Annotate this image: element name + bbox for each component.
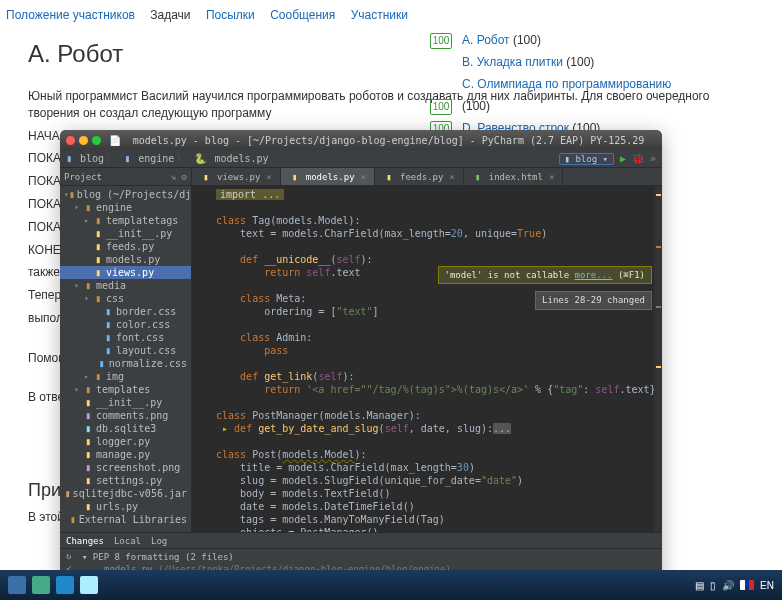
page-nav: Положение участников Задачи Посылки Сооб…	[0, 0, 782, 30]
taskbar-app-icon[interactable]	[56, 576, 74, 594]
project-sidebar: Project ⇲ ⚙ ▾▮blog (~/Projects/django-bl…	[60, 168, 192, 532]
tree-item[interactable]: ▮color.css	[60, 318, 191, 331]
tree-item[interactable]: ▮screenshot.png	[60, 461, 191, 474]
task-list-item[interactable]: 100(100)	[430, 96, 770, 118]
close-tab-icon[interactable]: ×	[549, 172, 554, 182]
close-icon[interactable]	[66, 136, 75, 145]
tray-icon[interactable]: ▤	[695, 580, 704, 591]
zoom-icon[interactable]	[92, 136, 101, 145]
tree-item[interactable]: ▾▮css	[60, 292, 191, 305]
task-list-sidebar: 100A. Робот (100) B. Укладка плитки (100…	[430, 30, 770, 140]
folder-icon: ▮	[66, 153, 72, 164]
tree-item[interactable]: ▮db.sqlite3	[60, 422, 191, 435]
log-tab[interactable]: Log	[151, 536, 167, 546]
task-list-item[interactable]: B. Укладка плитки (100)	[430, 52, 770, 74]
folder-icon: ▮	[82, 279, 94, 292]
nav-standings[interactable]: Положение участников	[6, 8, 135, 22]
task-link[interactable]: C. Олимпиада по программированию	[462, 77, 671, 91]
tree-item[interactable]: ▮layout.css	[60, 344, 191, 357]
crumb-item[interactable]: models.py	[214, 153, 268, 164]
py-icon: ▮	[82, 435, 94, 448]
folder-icon: ▮	[92, 370, 104, 383]
css-icon: ▮	[96, 357, 106, 370]
more-icon[interactable]: »	[650, 153, 656, 164]
editor-area: ▮views.py×▮models.py×▮feeds.py×▮index.ht…	[192, 168, 662, 532]
close-tab-icon[interactable]: ×	[449, 172, 454, 182]
system-tray: ▤ ▯ 🔊 EN	[695, 580, 774, 591]
folder-icon: ▮	[92, 292, 104, 305]
tree-root[interactable]: ▾▮blog (~/Projects/django-blog...	[60, 188, 191, 201]
py-icon: ▮	[92, 253, 104, 266]
code-editor[interactable]: import ... class Tag(models.Model): text…	[192, 186, 662, 532]
editor-tabs: ▮views.py×▮models.py×▮feeds.py×▮index.ht…	[192, 168, 662, 186]
error-stripe[interactable]	[654, 186, 662, 532]
collapse-icon[interactable]: ⇲ ⚙	[171, 172, 187, 182]
tree-item[interactable]: ▮comments.png	[60, 409, 191, 422]
tree-item[interactable]: ▮sqlitejdbc-v056.jar	[60, 487, 191, 500]
local-tab[interactable]: Local	[114, 536, 141, 546]
window-controls	[66, 136, 101, 145]
tree-item[interactable]: ▮manage.py	[60, 448, 191, 461]
minimize-icon[interactable]	[79, 136, 88, 145]
volume-icon[interactable]: 🔊	[722, 580, 734, 591]
task-list-item[interactable]: 100A. Робот (100)	[430, 30, 770, 52]
ide-titlebar[interactable]: 📄 models.py - blog - [~/Projects/django-…	[60, 130, 662, 150]
tree-item[interactable]: ▮models.py	[60, 253, 191, 266]
breadcrumb[interactable]: ▮ blog〉 ▮ engine〉 🐍 models.py	[66, 152, 271, 166]
tree-item[interactable]: ▾▮engine	[60, 201, 191, 214]
refresh-icon[interactable]: ↻	[66, 551, 71, 561]
img-icon: ▮	[82, 409, 94, 422]
score-badge: 100	[430, 99, 452, 115]
tree-item[interactable]: ▮feeds.py	[60, 240, 191, 253]
tree-item[interactable]: ▮views.py	[60, 266, 191, 279]
py-icon: ▮	[383, 172, 395, 182]
editor-tab[interactable]: ▮models.py×	[281, 168, 375, 185]
changes-tab[interactable]: Changes	[66, 536, 104, 546]
css-icon: ▮	[102, 305, 114, 318]
tree-item[interactable]: ▸▮img	[60, 370, 191, 383]
close-tab-icon[interactable]: ×	[266, 172, 271, 182]
project-tool-header[interactable]: Project ⇲ ⚙	[60, 168, 191, 186]
task-link[interactable]: B. Укладка плитки	[462, 55, 563, 69]
nav-tasks[interactable]: Задачи	[150, 8, 190, 22]
task-list-item[interactable]: C. Олимпиада по программированию	[430, 74, 770, 96]
tree-item[interactable]: ▮settings.py	[60, 474, 191, 487]
changelist-header[interactable]: ▾ PEP 8 formatting (2 files)	[82, 551, 658, 563]
editor-tab[interactable]: ▮feeds.py×	[375, 168, 464, 185]
language-flag-icon[interactable]	[740, 580, 754, 590]
nav-submissions[interactable]: Посылки	[206, 8, 255, 22]
tree-item[interactable]: ▮border.css	[60, 305, 191, 318]
tree-item[interactable]: ▮logger.py	[60, 435, 191, 448]
crumb-item[interactable]: blog	[80, 153, 104, 164]
css-icon: ▮	[102, 318, 114, 331]
py-icon: ▮	[82, 448, 94, 461]
python-icon: 🐍	[194, 153, 206, 164]
tree-item[interactable]: ▾▮media	[60, 279, 191, 292]
editor-tab[interactable]: ▮index.html×	[464, 168, 564, 185]
tray-icon[interactable]: ▯	[710, 580, 716, 591]
tree-item[interactable]: ▾▮templates	[60, 383, 191, 396]
language-indicator[interactable]: EN	[760, 580, 774, 591]
tree-item[interactable]: ▮__init__.py	[60, 396, 191, 409]
nav-participants[interactable]: Участники	[351, 8, 408, 22]
close-tab-icon[interactable]: ×	[361, 172, 366, 182]
run-icon[interactable]: ▶	[620, 153, 626, 164]
tree-item[interactable]: ▸▮templatetags	[60, 214, 191, 227]
crumb-item[interactable]: engine	[138, 153, 174, 164]
nav-messages[interactable]: Сообщения	[270, 8, 335, 22]
start-icon[interactable]	[8, 576, 26, 594]
tree-item[interactable]: ▮External Libraries	[60, 513, 191, 526]
debug-icon[interactable]: 🐞	[632, 153, 644, 164]
window-title: models.py - blog - [~/Projects/django-bl…	[121, 135, 656, 146]
tree-item[interactable]: ▮__init__.py	[60, 227, 191, 240]
taskbar-app-icon[interactable]	[32, 576, 50, 594]
tree-item[interactable]: ▮normalize.css	[60, 357, 191, 370]
taskbar-app-icon[interactable]	[80, 576, 98, 594]
run-config-selector[interactable]: ▮ blog ▾	[559, 153, 614, 165]
task-link[interactable]: A. Робот	[462, 33, 510, 47]
jar-icon: ▮	[65, 487, 71, 500]
tree-item[interactable]: ▮urls.py	[60, 500, 191, 513]
tooltip-more-link[interactable]: more...	[575, 270, 613, 280]
editor-tab[interactable]: ▮views.py×	[192, 168, 281, 185]
tree-item[interactable]: ▮font.css	[60, 331, 191, 344]
